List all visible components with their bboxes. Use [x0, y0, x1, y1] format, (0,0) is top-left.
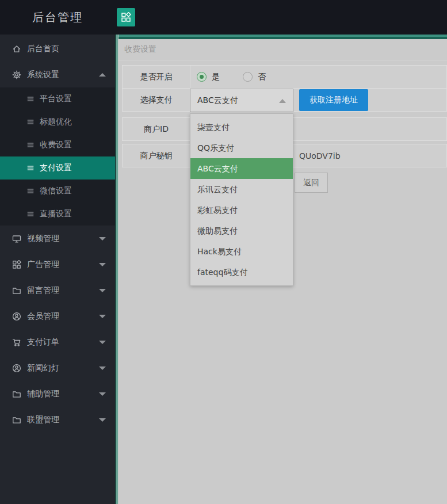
sidebar-item-label: 会员管理: [27, 311, 59, 322]
cart-icon: [12, 338, 21, 347]
submenu-item-fee-settings[interactable]: 收费设置: [0, 133, 115, 156]
radio-yes-label: 是: [212, 72, 220, 82]
chevron-down-icon: [99, 341, 106, 344]
pay-select-label: 选择支付: [123, 89, 190, 111]
submenu-label: 支付设置: [40, 163, 72, 173]
dropdown-option[interactable]: 彩虹易支付: [190, 200, 293, 220]
submenu-label: 收费设置: [40, 140, 72, 150]
submenu-item-title-seo[interactable]: 标题优化: [0, 110, 115, 133]
dropdown-option[interactable]: 乐讯云支付: [190, 179, 293, 200]
sidebar-item-label: 系统设置: [27, 70, 59, 80]
get-register-url-button[interactable]: 获取注册地址: [299, 89, 368, 111]
sidebar-item-video[interactable]: 视频管理: [0, 226, 115, 251]
app-grid-icon: [121, 12, 131, 22]
sidebar-nav: 后台首页 系统设置 平台设置 标题优化 收费设置 支付设置 微信设置 直播设置: [0, 35, 115, 504]
submenu-label: 直播设置: [40, 209, 72, 219]
menu-lines-icon: [26, 141, 35, 149]
sidebar-item-ads[interactable]: 广告管理: [0, 251, 115, 277]
breadcrumb: 收费设置: [124, 44, 156, 55]
menu-lines-icon: [26, 210, 35, 218]
user-circle-icon: [12, 312, 21, 321]
brand-title: 后台管理: [0, 0, 115, 35]
submenu-item-live[interactable]: 直播设置: [0, 203, 115, 226]
chevron-down-icon: [99, 366, 106, 370]
sidebar-item-system-settings[interactable]: 系统设置: [0, 62, 115, 87]
sidebar-item-alliance[interactable]: 联盟管理: [0, 407, 115, 433]
chevron-down-icon: [99, 237, 106, 240]
sidebar-item-news-slides[interactable]: 新闻幻灯: [0, 355, 115, 381]
dropdown-option[interactable]: Hack易支付: [190, 241, 293, 262]
top-header: 后台管理: [0, 0, 447, 35]
pay-select-value: ABC云支付: [197, 96, 238, 105]
submenu-label: 平台设置: [40, 94, 72, 104]
dropdown-option[interactable]: QQ乐支付: [190, 138, 293, 158]
enable-radio-group: 是 否: [191, 72, 289, 82]
content-top-accent: [115, 35, 447, 39]
home-icon: [12, 44, 21, 54]
menu-lines-icon: [26, 95, 35, 103]
merchant-key-label: 商户秘钥: [123, 144, 190, 167]
sidebar-item-messages[interactable]: 留言管理: [0, 277, 115, 303]
chevron-down-icon: [99, 392, 106, 396]
submenu-item-platform[interactable]: 平台设置: [0, 87, 115, 110]
sidebar-item-label: 广告管理: [27, 259, 59, 270]
dropdown-option[interactable]: fateqq码支付: [190, 262, 293, 282]
back-button[interactable]: 返回: [295, 173, 328, 193]
menu-lines-icon: [26, 187, 35, 195]
chevron-down-icon: [99, 289, 106, 292]
sidebar-item-label: 视频管理: [27, 234, 59, 244]
system-settings-submenu: 平台设置 标题优化 收费设置 支付设置 微信设置 直播设置: [0, 87, 115, 226]
dropdown-option[interactable]: 微助易支付: [190, 220, 293, 241]
folder-icon: [12, 286, 21, 295]
sidebar-item-label: 联盟管理: [27, 415, 59, 425]
submenu-label: 微信设置: [40, 186, 72, 196]
app-grid-button[interactable]: [117, 8, 135, 26]
sidebar-item-label: 留言管理: [27, 285, 59, 296]
enable-row: 是否开启 是 否: [122, 65, 447, 89]
dropdown-option-selected[interactable]: ABC云支付: [190, 158, 293, 179]
chevron-down-icon: [99, 418, 106, 422]
submenu-label: 标题优化: [40, 117, 72, 127]
chevron-up-icon: [99, 73, 106, 77]
monitor-icon: [12, 234, 21, 243]
app-grid-icon: [12, 260, 21, 269]
pay-select-dropdown: 柒壹支付 QQ乐支付 ABC云支付 乐讯云支付 彩虹易支付 微助易支付 Hack…: [190, 113, 293, 286]
menu-lines-icon: [26, 164, 35, 172]
breadcrumb-bar: 收费设置: [119, 39, 447, 60]
sidebar-item-home[interactable]: 后台首页: [0, 36, 115, 62]
radio-no[interactable]: [243, 72, 253, 82]
merchant-id-label: 商户ID: [123, 118, 190, 140]
main-content: 收费设置 是否开启 是 否 选择支付 ABC云支付 获取注册地址 商户ID 商户…: [115, 35, 447, 504]
pay-select[interactable]: ABC云支付: [190, 89, 293, 112]
enable-label: 是否开启: [123, 66, 190, 88]
dropdown-option[interactable]: 柒壹支付: [190, 117, 293, 138]
sidebar-item-label: 支付订单: [27, 337, 59, 348]
sidebar-item-label: 新闻幻灯: [27, 363, 59, 373]
sidebar-item-pay-orders[interactable]: 支付订单: [0, 329, 115, 355]
content-left-accent: [115, 35, 119, 504]
radio-no-label: 否: [258, 72, 266, 82]
submenu-item-payment-settings[interactable]: 支付设置: [0, 156, 115, 180]
folder-icon: [12, 390, 21, 399]
radio-yes[interactable]: [197, 72, 207, 82]
sidebar-item-auxiliary[interactable]: 辅助管理: [0, 381, 115, 407]
user-circle-icon: [12, 364, 21, 373]
sidebar-item-members[interactable]: 会员管理: [0, 303, 115, 329]
sidebar-item-label: 后台首页: [27, 44, 59, 54]
folder-icon: [12, 415, 21, 425]
sidebar-item-label: 辅助管理: [27, 389, 59, 399]
submenu-item-wechat[interactable]: 微信设置: [0, 180, 115, 203]
chevron-down-icon: [99, 263, 106, 266]
chevron-down-icon: [99, 315, 106, 318]
menu-lines-icon: [26, 118, 35, 126]
gear-icon: [12, 70, 21, 79]
chevron-up-icon: [279, 99, 286, 103]
